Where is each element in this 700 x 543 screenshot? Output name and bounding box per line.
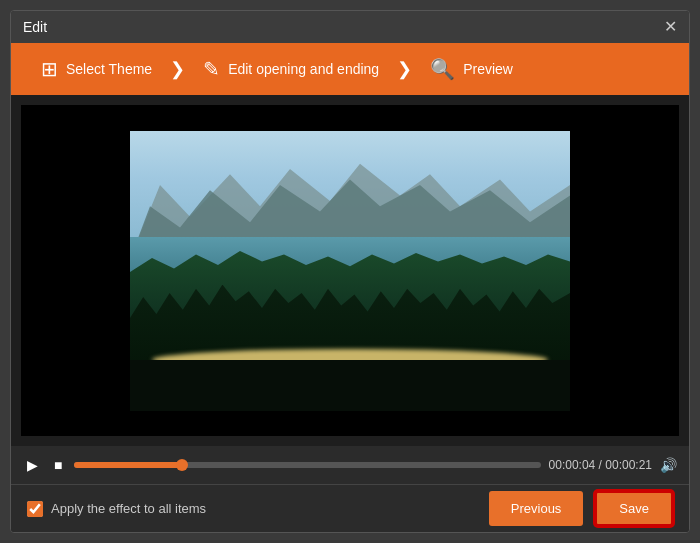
select-theme-item[interactable]: ⊞ Select Theme	[31, 57, 162, 81]
select-theme-label: Select Theme	[66, 61, 152, 77]
video-container	[21, 105, 679, 436]
bottom-buttons: Previous Save	[489, 491, 673, 526]
apply-effect-text: Apply the effect to all items	[51, 501, 206, 516]
progress-thumb	[176, 459, 188, 471]
apply-effect-checkbox[interactable]	[27, 501, 43, 517]
select-theme-icon: ⊞	[41, 57, 58, 81]
preview-item[interactable]: 🔍 Preview	[420, 57, 523, 81]
preview-icon: 🔍	[430, 57, 455, 81]
content-area	[11, 95, 689, 446]
preview-label: Preview	[463, 61, 513, 77]
controls-bar: ▶ ■ 00:00:04 / 00:00:21 🔊	[11, 446, 689, 484]
edit-opening-icon: ✎	[203, 57, 220, 81]
apply-effect-label[interactable]: Apply the effect to all items	[27, 501, 206, 517]
edit-opening-item[interactable]: ✎ Edit opening and ending	[193, 57, 389, 81]
play-button[interactable]: ▶	[23, 455, 42, 475]
time-total: 00:00:21	[605, 458, 652, 472]
volume-icon[interactable]: 🔊	[660, 457, 677, 473]
progress-bar[interactable]	[74, 462, 540, 468]
previous-button[interactable]: Previous	[489, 491, 584, 526]
toolbar: ⊞ Select Theme ❯ ✎ Edit opening and endi…	[11, 43, 689, 95]
time-current: 00:00:04	[549, 458, 596, 472]
arrow-icon-2: ❯	[389, 58, 420, 80]
bottom-bar: Apply the effect to all items Previous S…	[11, 484, 689, 532]
arrow-icon-1: ❯	[162, 58, 193, 80]
stop-button[interactable]: ■	[50, 455, 66, 475]
video-scene	[130, 131, 570, 411]
close-button[interactable]: ✕	[664, 19, 677, 35]
progress-fill	[74, 462, 181, 468]
time-separator: /	[595, 458, 605, 472]
ground-layer	[130, 360, 570, 410]
edit-opening-label: Edit opening and ending	[228, 61, 379, 77]
time-display: 00:00:04 / 00:00:21	[549, 458, 652, 472]
edit-window: Edit ✕ ⊞ Select Theme ❯ ✎ Edit opening a…	[10, 10, 690, 533]
window-title: Edit	[23, 19, 47, 35]
title-bar: Edit ✕	[11, 11, 689, 43]
save-button[interactable]: Save	[595, 491, 673, 526]
